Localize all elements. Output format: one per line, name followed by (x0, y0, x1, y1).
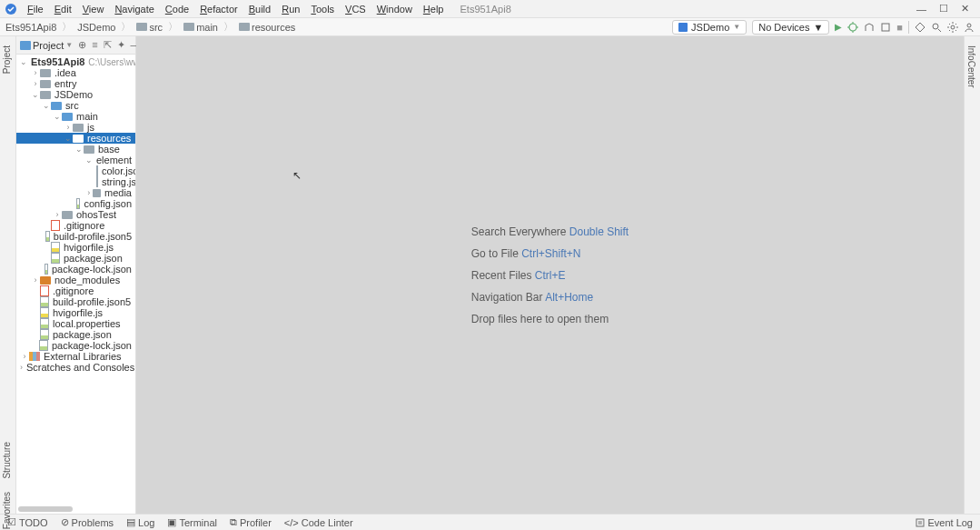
debug-button[interactable] (847, 22, 858, 33)
menu-tools[interactable]: Tools (305, 2, 340, 16)
infocenter-tool-tab[interactable]: InfoCenter (965, 40, 978, 94)
menu-file[interactable]: File (22, 2, 49, 16)
menu-code[interactable]: Code (160, 2, 194, 16)
attach-button[interactable] (880, 22, 891, 33)
breadcrumb[interactable]: Ets951Api8〉JSDemo〉src〉main〉resources (5, 20, 295, 34)
welcome-hint: Navigation Bar Alt+Home (471, 286, 629, 308)
breadcrumb-item[interactable]: Ets951Api8 (5, 22, 56, 33)
tree-label: package.json (64, 253, 123, 264)
expand-arrow-icon[interactable] (42, 101, 51, 110)
menu-refactor[interactable]: Refactor (194, 2, 243, 16)
breadcrumb-item[interactable]: JSDemo (77, 22, 115, 33)
expand-arrow-icon[interactable] (31, 90, 40, 99)
account-button[interactable] (964, 22, 975, 33)
tree-item-src[interactable]: src (16, 100, 135, 111)
cursor-icon: ↖ (292, 169, 302, 182)
tree-item--idea[interactable]: .idea (16, 67, 135, 78)
structure-tool-tab[interactable]: Structure (0, 436, 14, 485)
project-tree[interactable]: Ets951Api8C:\Users\wwx1134163.ideaentryJ… (16, 55, 135, 506)
tree-item-color-json[interactable]: color.json (16, 165, 135, 176)
menu-vcs[interactable]: VCS (340, 2, 371, 16)
run-button[interactable]: ▶ (835, 22, 842, 32)
tree-item-string-json[interactable]: string.json (16, 176, 135, 187)
tool-terminal[interactable]: ▣Terminal (167, 516, 217, 528)
settings-button[interactable] (947, 22, 958, 33)
search-button[interactable] (931, 22, 942, 33)
tree-item-config-json[interactable]: config.json (16, 198, 135, 209)
breadcrumb-item[interactable]: src (136, 22, 163, 33)
horizontal-scrollbar[interactable] (18, 506, 73, 512)
tree-item-local-properties[interactable]: local.properties (16, 318, 135, 329)
tree-item-hvigorfile-js[interactable]: hvigorfile.js (16, 242, 135, 253)
project-tool-tab[interactable]: Project (0, 40, 14, 79)
tree-item-package-lock-json[interactable]: package-lock.json (16, 264, 135, 275)
js-icon (51, 242, 60, 253)
menu-help[interactable]: Help (418, 2, 450, 16)
settings-icon[interactable]: ✦ (117, 39, 125, 51)
expand-arrow-icon[interactable] (53, 210, 62, 219)
tree-item-hvigorfile-js[interactable]: hvigorfile.js (16, 307, 135, 318)
expand-arrow-icon[interactable] (53, 112, 62, 121)
device-selector[interactable]: No Devices ▼ (752, 20, 829, 35)
menu-build[interactable]: Build (243, 2, 276, 16)
expand-arrow-icon[interactable] (85, 188, 93, 197)
expand-arrow-icon[interactable] (31, 275, 40, 285)
select-opened-file-icon[interactable]: ⊕ (78, 39, 86, 51)
editor-area[interactable]: ↖ Search Everywhere Double ShiftGo to Fi… (136, 36, 964, 514)
tree-item-package-json[interactable]: package.json (16, 253, 135, 264)
tree-item-js[interactable]: js (16, 122, 135, 133)
tree-item--gitignore[interactable]: .gitignore (16, 285, 135, 296)
expand-arrow-icon[interactable] (64, 134, 73, 143)
tree-item-jsdemo[interactable]: JSDemo (16, 89, 135, 100)
tree-item--gitignore[interactable]: .gitignore (16, 220, 135, 231)
json-icon (76, 198, 80, 209)
expand-arrow-icon[interactable] (64, 123, 73, 132)
welcome-hint: Drop files here to open them (471, 308, 629, 330)
menu-window[interactable]: Window (371, 2, 418, 16)
git-button[interactable] (915, 22, 926, 33)
tree-item-entry[interactable]: entry (16, 78, 135, 89)
menu-edit[interactable]: Edit (49, 2, 77, 16)
tree-item-element[interactable]: element (16, 155, 135, 165)
menu-run[interactable]: Run (276, 2, 305, 16)
tool-problems[interactable]: ⊘Problems (61, 516, 114, 528)
tree-item-ohostest[interactable]: ohosTest (16, 209, 135, 220)
expand-arrow-icon[interactable] (85, 155, 93, 165)
close-button[interactable]: ✕ (961, 3, 969, 15)
project-view-selector[interactable]: Project ▼ (20, 40, 73, 51)
tree-label: package-lock.json (52, 264, 132, 275)
coverage-button[interactable] (864, 22, 875, 33)
event-log-button[interactable]: Event Log (916, 517, 973, 528)
expand-arrow-icon[interactable] (31, 79, 40, 88)
welcome-hint: Recent Files Ctrl+E (471, 265, 629, 286)
stop-button[interactable]: ■ (896, 22, 903, 33)
tree-item-package-lock-json[interactable]: package-lock.json (16, 340, 135, 351)
breadcrumb-item[interactable]: resources (239, 22, 295, 33)
tree-root[interactable]: Ets951Api8C:\Users\wwx1134163 (16, 56, 135, 67)
tree-item-build-profile-json5[interactable]: build-profile.json5 (16, 296, 135, 307)
favorites-tool-tab[interactable]: Favorites (0, 486, 14, 530)
tree-external_libraries[interactable]: External Libraries (16, 351, 135, 362)
tree-item-package-json[interactable]: package.json (16, 329, 135, 340)
tool-profiler[interactable]: ⧉Profiler (230, 516, 272, 528)
tool-log[interactable]: ▤Log (126, 516, 154, 528)
tool-code-linter[interactable]: </>Code Linter (284, 516, 353, 528)
tree-item-build-profile-json5[interactable]: build-profile.json5 (16, 231, 135, 242)
expand-arrow-icon[interactable] (74, 145, 84, 154)
maximize-button[interactable]: ☐ (939, 3, 948, 15)
minimize-button[interactable]: — (916, 4, 926, 15)
tree-item-resources[interactable]: resources (16, 133, 135, 144)
expand-all-icon[interactable]: ≡ (92, 39, 97, 51)
menu-navigate[interactable]: Navigate (109, 2, 159, 16)
run-configuration-selector[interactable]: JSDemo ▼ (672, 20, 747, 35)
tool-icon: ⊘ (61, 516, 69, 528)
expand-arrow-icon[interactable] (31, 68, 40, 77)
tree-item-node_modules[interactable]: node_modules (16, 275, 135, 285)
menu-view[interactable]: View (77, 2, 110, 16)
breadcrumb-item[interactable]: main (183, 22, 218, 33)
tree-item-main[interactable]: main (16, 111, 135, 122)
tree-item-base[interactable]: base (16, 144, 135, 155)
tree-scratches[interactable]: Scratches and Consoles (16, 362, 135, 373)
collapse-all-icon[interactable]: ⇱ (104, 39, 112, 51)
tree-item-media[interactable]: media (16, 187, 135, 198)
